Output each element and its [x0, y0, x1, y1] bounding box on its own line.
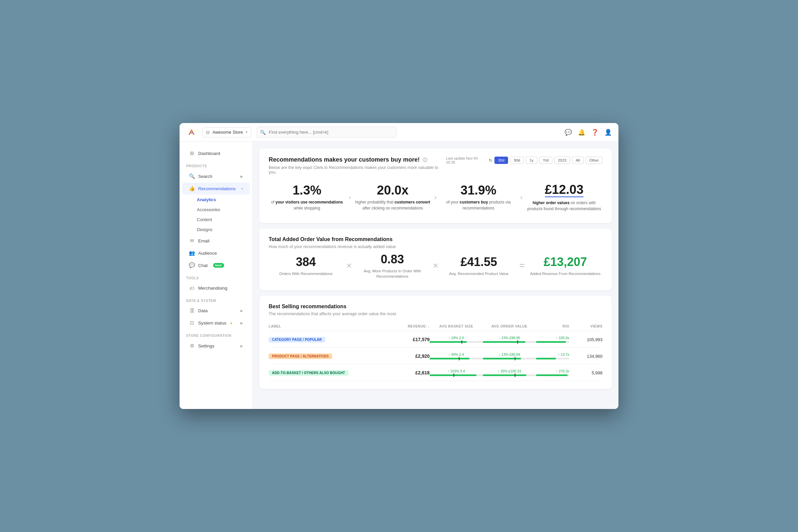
best-selling-title: Best Selling recommendations [269, 304, 603, 309]
chevron-settings-icon: ▶ [241, 344, 243, 348]
sidebar-label-merchandising: Merchandising [198, 286, 227, 291]
topbar: ⊟ Awesome Store ▾ 🔍 💬 🔔 ❓ 👤 [179, 123, 619, 141]
filter-90d[interactable]: 90d [510, 157, 524, 164]
table-header: LABEL REVENUE↑↓ AVG BASKET SIZE AVG ORDE… [269, 322, 603, 331]
search-icon: 🔍 [260, 130, 266, 135]
formula-product-value: £41.55 Avg. Recommended Product Value [441, 255, 516, 276]
row3-basket-change: ↑ 103% 3.4 [430, 369, 483, 373]
sidebar-label-search: Search [198, 174, 212, 179]
sidebar-item-accessories[interactable]: Accessories [188, 205, 250, 214]
sidebar-item-dashboard[interactable]: ⊞ Dashboard [182, 147, 250, 159]
sidebar-item-merchandising[interactable]: 🏷 Merchandising [182, 282, 250, 294]
recommendations-submenu: Analytics Accessories Content Designs [179, 195, 252, 234]
formula-orders: 384 Orders With Recommendations [269, 255, 343, 276]
sidebar-item-content[interactable]: Content [188, 215, 250, 225]
stat-convert: 20.0x higher probability that customers … [355, 184, 431, 211]
chevron-icon: ▶ [241, 174, 243, 178]
table-row: CATEGORY PAGE / POPULAR £17,579 ↑ 18% 2.… [269, 331, 603, 348]
sidebar-label-email: Email [198, 239, 209, 243]
formula-added-revenue: £13,207 Added Revenue From Recommendatio… [528, 255, 603, 276]
accessories-label: Accessories [197, 207, 220, 212]
stat-visitors-value: 1.3% [269, 184, 345, 196]
merchandising-icon: 🏷 [189, 285, 195, 291]
section-title-config: STORE CONFIGURATION [179, 329, 252, 340]
row1-basket: ↑ 18% 2.0 [430, 336, 483, 343]
row2-basket: ↑ 40% 2.4 [430, 353, 483, 359]
search-input[interactable] [257, 127, 396, 138]
sidebar-item-settings[interactable]: ⚙ Settings ▶ [182, 340, 250, 352]
row2-views-val: 134,960 [587, 354, 603, 359]
data-icon: 🗄 [189, 308, 195, 314]
filter-1y[interactable]: 1y [526, 157, 537, 164]
bell-icon[interactable]: 🔔 [578, 129, 585, 136]
store-selector[interactable]: ⊟ Awesome Store ▾ [202, 127, 251, 137]
formula-avg-products-desc: Avg. More Products In Order With Recomme… [355, 268, 430, 279]
sidebar-label-data: Data [198, 308, 208, 313]
row1-roi: ↑ 105.0x [536, 336, 569, 343]
sidebar-item-data[interactable]: 🗄 Data ▶ [182, 305, 250, 317]
formula-orders-value: 384 [269, 255, 343, 269]
best-selling-card: Best Selling recommendations The recomme… [259, 296, 612, 389]
col-order: AVG ORDER VALUE [483, 324, 536, 328]
sidebar-label-settings: Settings [198, 343, 214, 348]
sidebar-item-email[interactable]: ✉ Email [182, 235, 250, 247]
sidebar-item-search[interactable]: 🔍 Search ▶ [182, 170, 250, 182]
col-label: LABEL [269, 324, 390, 328]
section-title-tools: TOOLS [179, 272, 252, 282]
filter-ytd[interactable]: Ytd [539, 157, 552, 164]
stats-row: 1.3% of your visitors use recommendation… [269, 180, 603, 215]
user-icon[interactable]: 👤 [605, 129, 612, 136]
row2-order-change: ↑ 13% £90.69 [483, 353, 536, 357]
section-title-products: PRODUCTS [179, 159, 252, 170]
sidebar-item-system-status[interactable]: ⊡ System status ● ▶ [182, 317, 250, 329]
row2-revenue-val: £2,920 [415, 354, 430, 359]
row3-roi-bar [536, 374, 569, 376]
chat-icon[interactable]: 💬 [565, 129, 572, 136]
row3-basket: ↑ 103% 3.4 [430, 369, 483, 376]
formula-product-value-num: £41.55 [441, 255, 516, 269]
row1-revenue: £17,579 [390, 337, 430, 342]
row2-order-bar [483, 358, 536, 359]
sidebar-item-analytics[interactable]: Analytics [188, 195, 250, 205]
stat-convert-value: 20.0x [355, 184, 431, 196]
audience-icon: 👥 [189, 250, 195, 256]
row1-tag: CATEGORY PAGE / POPULAR [269, 337, 325, 342]
formula-orders-desc: Orders With Recommendations [269, 271, 343, 276]
sidebar-item-chat[interactable]: 💬 Chat New! [182, 259, 250, 271]
col-basket: AVG BASKET SIZE [430, 324, 483, 328]
arrow-2: › [431, 193, 440, 202]
formula-title: Total Added Order Value from Recommendat… [269, 236, 603, 242]
help-icon[interactable]: ❓ [591, 129, 598, 136]
sidebar-item-designs[interactable]: Designs [188, 225, 250, 234]
row2-revenue: £2,920 [390, 354, 430, 359]
filter-2023[interactable]: 2023 [554, 157, 570, 164]
filter-other[interactable]: Other [586, 157, 603, 164]
row3-roi-fill [536, 374, 568, 376]
stat-visitors: 1.3% of your visitors use recommendation… [269, 184, 345, 211]
sidebar-item-recommendations[interactable]: 👍 Recommendations ▾ [182, 183, 250, 194]
col-roi: ROI [536, 324, 569, 328]
stat-order-value-num: £12.03 [545, 183, 584, 197]
designs-label: Designs [197, 227, 212, 232]
row3-order-change: ↑ 25% £100.33 [483, 369, 536, 373]
best-selling-subtitle: The recommendations that affects your av… [269, 311, 603, 316]
content-area: Recommendations makes your customers buy… [253, 141, 619, 409]
row3-label: ADD-TO-BASKET / OTHERS ALSO BOUGHT [269, 369, 390, 376]
formula-op-2: × [430, 260, 441, 271]
row2-roi-bar [536, 358, 569, 359]
row3-order: ↑ 25% £100.33 [483, 369, 536, 376]
sidebar-label-system: System status [198, 321, 226, 325]
new-badge: New! [213, 263, 225, 268]
filter-30d[interactable]: 30d [494, 157, 508, 164]
dashboard-icon: ⊞ [189, 150, 195, 156]
col-revenue: REVENUE↑↓ [390, 324, 430, 328]
filter-all[interactable]: All [572, 157, 584, 164]
row3-basket-bar [430, 374, 483, 376]
sidebar-item-audience[interactable]: 👥 Audience [182, 247, 250, 259]
row3-views: 5,998 [569, 370, 603, 376]
refresh-icon[interactable]: ↻ [489, 158, 492, 163]
system-icon: ⊡ [189, 320, 195, 326]
chat-sidebar-icon: 💬 [189, 262, 195, 268]
hero-header: Recommendations makes your customers buy… [269, 156, 603, 174]
row3-order-marker [515, 374, 515, 377]
